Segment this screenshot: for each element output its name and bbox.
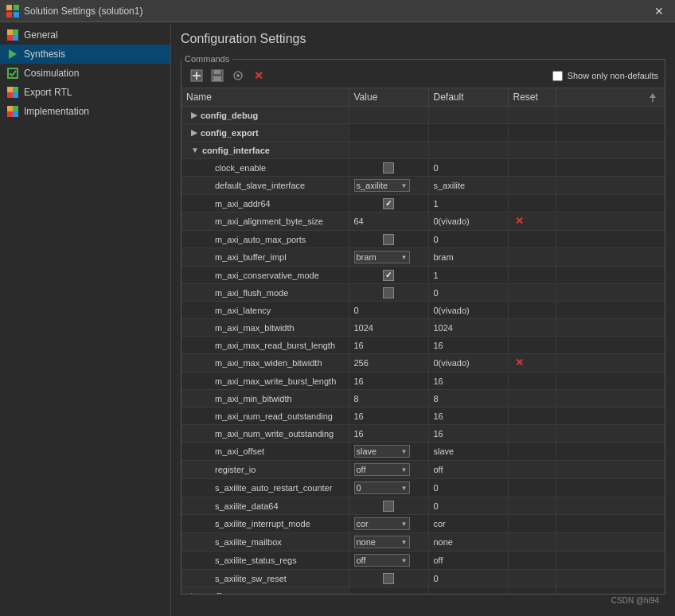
cell-reset[interactable]: ✕ (508, 212, 556, 231)
cell-value[interactable]: 0▼ (349, 479, 428, 497)
cell-reset[interactable] (508, 461, 556, 479)
cell-reset[interactable]: ✕ (508, 354, 556, 372)
cell-value[interactable] (349, 231, 428, 248)
cell-value[interactable] (349, 267, 428, 284)
checkbox-checked[interactable] (383, 270, 394, 281)
dropdown[interactable]: off▼ (354, 554, 410, 567)
field-name: s_axilite_interrupt_mode (186, 519, 310, 528)
save-button[interactable] (209, 67, 226, 84)
cell-reset[interactable] (508, 248, 556, 267)
cell-reset[interactable] (508, 302, 556, 319)
cell-value[interactable]: s_axilite▼ (349, 177, 428, 195)
dropdown[interactable]: none▼ (354, 536, 410, 548)
collapse-icon[interactable]: ▼ (191, 146, 199, 154)
cell-name: m_axi_max_widen_bitwidth (181, 354, 349, 372)
cell-reset[interactable] (508, 177, 556, 195)
cell-value[interactable]: 1024 (349, 319, 428, 337)
cell-value[interactable]: 16 (349, 337, 428, 354)
svg-rect-4 (7, 29, 13, 35)
cell-value[interactable]: 16 (349, 425, 428, 443)
cell-reset[interactable] (508, 570, 556, 587)
show-defaults-checkbox[interactable] (552, 71, 563, 81)
settings-button[interactable] (229, 67, 247, 84)
expand-icon[interactable]: ▶ (191, 591, 197, 594)
cell-reset[interactable] (508, 390, 556, 407)
cell-reset[interactable] (508, 231, 556, 248)
cell-reset[interactable] (508, 107, 556, 124)
sidebar-item-export-rtl[interactable]: Export RTL (0, 83, 170, 102)
dropdown[interactable]: cor▼ (354, 517, 410, 530)
table-container[interactable]: Name Value Default Reset (181, 88, 665, 594)
cell-value[interactable] (349, 142, 428, 159)
cell-value[interactable] (349, 587, 428, 595)
cell-value[interactable] (349, 284, 428, 302)
cell-value[interactable] (349, 195, 428, 212)
cell-value[interactable] (349, 497, 428, 515)
cell-reset[interactable] (508, 284, 556, 302)
cell-reset[interactable] (508, 319, 556, 337)
cell-reset[interactable] (508, 552, 556, 570)
cell-reset[interactable] (508, 533, 556, 552)
checkbox-unchecked[interactable] (383, 573, 394, 584)
cell-value[interactable]: slave▼ (349, 443, 428, 461)
cell-value[interactable]: 16 (349, 407, 428, 425)
checkbox-unchecked[interactable] (383, 501, 394, 512)
cell-reset[interactable] (508, 267, 556, 284)
cell-value[interactable] (349, 124, 428, 142)
expand-icon[interactable]: ▶ (191, 128, 197, 137)
cell-reset[interactable] (508, 124, 556, 142)
cell-extra (556, 390, 665, 407)
delete-button[interactable]: ✕ (250, 67, 267, 84)
checkbox-unchecked[interactable] (383, 287, 394, 298)
dropdown[interactable]: slave▼ (354, 445, 410, 458)
cell-name: m_axi_flush_mode (181, 284, 349, 302)
sidebar-item-implementation[interactable]: Implementation (0, 102, 170, 121)
cell-value[interactable] (349, 107, 428, 124)
cell-reset[interactable] (508, 515, 556, 533)
sidebar-item-cosimulation[interactable]: Cosimulation (0, 64, 170, 83)
cell-reset[interactable] (508, 587, 556, 595)
sidebar-item-general[interactable]: General (0, 25, 170, 45)
cell-value[interactable]: 64 (349, 212, 428, 231)
cell-value[interactable]: off▼ (349, 461, 428, 479)
checkbox-checked[interactable] (383, 198, 394, 209)
cell-value[interactable] (349, 159, 428, 177)
cell-reset[interactable] (508, 497, 556, 515)
dropdown[interactable]: 0▼ (354, 481, 410, 494)
cell-reset[interactable] (508, 479, 556, 497)
dropdown[interactable]: off▼ (354, 463, 410, 476)
svg-rect-11 (13, 87, 18, 92)
cell-value[interactable]: 16 (349, 372, 428, 390)
col-header-default: Default (428, 88, 508, 107)
dropdown[interactable]: s_axilite▼ (354, 179, 410, 192)
cell-value[interactable]: 8 (349, 390, 428, 407)
table-row: m_axi_min_bitwidth88 (181, 390, 665, 407)
cell-reset[interactable] (508, 443, 556, 461)
cell-value[interactable]: 256 (349, 354, 428, 372)
checkbox-unchecked[interactable] (383, 234, 394, 245)
cell-value[interactable]: off▼ (349, 552, 428, 570)
cell-default: 0(vivado) (428, 212, 508, 231)
show-defaults-label[interactable]: Show only non-defaults (568, 71, 658, 80)
cell-reset[interactable] (508, 372, 556, 390)
cell-value[interactable]: none▼ (349, 533, 428, 552)
cell-reset[interactable] (508, 142, 556, 159)
cell-reset[interactable] (508, 407, 556, 425)
cell-value[interactable]: bram▼ (349, 248, 428, 267)
cell-reset[interactable] (508, 425, 556, 443)
dropdown[interactable]: bram▼ (354, 251, 410, 263)
add-button[interactable] (188, 67, 205, 84)
cell-value[interactable]: cor▼ (349, 515, 428, 533)
cell-name: ▼ config_interface (181, 142, 349, 159)
cell-value[interactable]: 0 (349, 302, 428, 319)
cell-reset[interactable] (508, 159, 556, 177)
sidebar-item-synthesis[interactable]: Synthesis (0, 45, 170, 64)
checkbox-unchecked[interactable] (383, 162, 394, 173)
reset-icon[interactable]: ✕ (513, 215, 526, 228)
reset-icon[interactable]: ✕ (513, 357, 526, 369)
cell-value[interactable] (349, 570, 428, 587)
cell-reset[interactable] (508, 195, 556, 212)
cell-reset[interactable] (508, 337, 556, 354)
close-button[interactable]: ✕ (650, 3, 669, 19)
expand-icon[interactable]: ▶ (191, 111, 197, 119)
